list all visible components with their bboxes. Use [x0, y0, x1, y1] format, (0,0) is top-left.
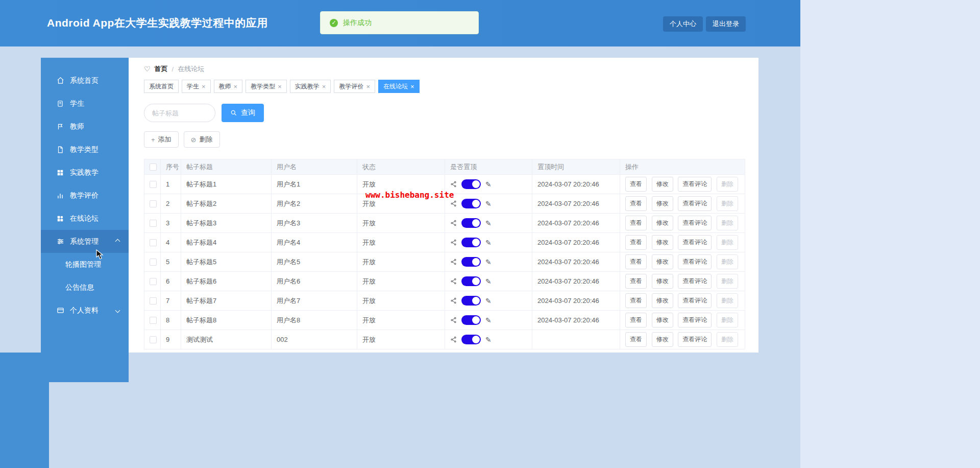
edit-button[interactable]: 修改: [652, 313, 673, 327]
pin-toggle[interactable]: [461, 238, 481, 247]
delete-row-button[interactable]: 删除: [717, 196, 738, 211]
sidebar-item-online-forum[interactable]: 在线论坛: [41, 207, 129, 230]
row-checkbox[interactable]: [150, 200, 157, 207]
edit-pencil-icon[interactable]: ✎: [485, 200, 492, 208]
close-icon[interactable]: ×: [202, 83, 206, 90]
view-comments-button[interactable]: 查看评论: [678, 293, 712, 308]
close-icon[interactable]: ×: [234, 83, 238, 90]
view-button[interactable]: 查看: [625, 293, 647, 308]
tab-teaching-evaluation[interactable]: 教学评价 ×: [334, 80, 375, 93]
profile-button[interactable]: 个人中心: [663, 16, 703, 32]
tab-practice-teaching[interactable]: 实践教学 ×: [290, 80, 331, 93]
share-icon[interactable]: [450, 181, 457, 188]
add-button[interactable]: + 添加: [144, 131, 179, 148]
edit-pencil-icon[interactable]: ✎: [485, 219, 492, 227]
share-icon[interactable]: [450, 220, 457, 226]
sidebar-item-profile[interactable]: 个人资料: [41, 299, 129, 322]
share-icon[interactable]: [450, 317, 457, 323]
view-button[interactable]: 查看: [625, 235, 647, 250]
edit-button[interactable]: 修改: [652, 216, 673, 230]
view-button[interactable]: 查看: [625, 177, 647, 192]
share-icon[interactable]: [450, 239, 457, 246]
view-comments-button[interactable]: 查看评论: [678, 235, 712, 250]
breadcrumb-home[interactable]: 首页: [155, 64, 168, 74]
pin-toggle[interactable]: [461, 199, 481, 208]
row-checkbox[interactable]: [150, 220, 157, 227]
delete-row-button[interactable]: 删除: [717, 216, 738, 230]
edit-pencil-icon[interactable]: ✎: [485, 239, 492, 247]
share-icon[interactable]: [450, 278, 457, 285]
tab-home[interactable]: 系统首页: [144, 80, 179, 93]
edit-button[interactable]: 修改: [652, 293, 673, 308]
close-icon[interactable]: ×: [366, 83, 370, 90]
sidebar-item-home[interactable]: 系统首页: [41, 69, 129, 92]
edit-button[interactable]: 修改: [652, 235, 673, 250]
sidebar-item-teachers[interactable]: 教师: [41, 115, 129, 138]
delete-row-button[interactable]: 删除: [717, 313, 738, 327]
sidebar-item-students[interactable]: 学生: [41, 92, 129, 115]
edit-pencil-icon[interactable]: ✎: [485, 297, 492, 305]
pin-toggle[interactable]: [461, 276, 481, 286]
view-comments-button[interactable]: 查看评论: [678, 313, 712, 327]
delete-row-button[interactable]: 删除: [717, 293, 738, 308]
close-icon[interactable]: ×: [410, 83, 414, 90]
sidebar-subitem-carousel-management[interactable]: 轮播图管理: [41, 253, 129, 276]
sidebar-item-practice-teaching[interactable]: 实践教学: [41, 161, 129, 184]
pin-toggle[interactable]: [461, 335, 481, 344]
logout-button[interactable]: 退出登录: [706, 16, 746, 32]
tab-students[interactable]: 学生 ×: [182, 80, 211, 93]
close-icon[interactable]: ×: [322, 83, 326, 90]
search-input[interactable]: [144, 104, 215, 122]
view-comments-button[interactable]: 查看评论: [678, 216, 712, 230]
select-all-checkbox[interactable]: [150, 163, 157, 171]
pin-toggle[interactable]: [461, 315, 481, 325]
row-checkbox[interactable]: [150, 239, 157, 246]
row-checkbox[interactable]: [150, 336, 157, 343]
view-button[interactable]: 查看: [625, 254, 647, 269]
delete-row-button[interactable]: 删除: [717, 254, 738, 269]
sidebar-subitem-announcements[interactable]: 公告信息: [41, 276, 129, 299]
view-button[interactable]: 查看: [625, 274, 647, 289]
edit-pencil-icon[interactable]: ✎: [485, 316, 492, 324]
pin-toggle[interactable]: [461, 179, 481, 189]
edit-button[interactable]: 修改: [652, 177, 673, 192]
tab-teaching-types[interactable]: 教学类型 ×: [246, 80, 287, 93]
delete-row-button[interactable]: 删除: [717, 235, 738, 250]
edit-pencil-icon[interactable]: ✎: [485, 258, 492, 266]
view-button[interactable]: 查看: [625, 216, 647, 230]
edit-pencil-icon[interactable]: ✎: [485, 180, 492, 189]
view-comments-button[interactable]: 查看评论: [678, 332, 712, 347]
edit-button[interactable]: 修改: [652, 254, 673, 269]
row-checkbox[interactable]: [150, 259, 157, 266]
view-button[interactable]: 查看: [625, 196, 647, 211]
view-button[interactable]: 查看: [625, 313, 647, 327]
pin-toggle[interactable]: [461, 218, 481, 228]
sidebar-item-teaching-evaluation[interactable]: 教学评价: [41, 184, 129, 207]
row-checkbox[interactable]: [150, 181, 157, 188]
view-comments-button[interactable]: 查看评论: [678, 196, 712, 211]
share-icon[interactable]: [450, 297, 457, 304]
edit-button[interactable]: 修改: [652, 196, 673, 211]
close-icon[interactable]: ×: [278, 83, 282, 90]
share-icon[interactable]: [450, 336, 457, 343]
delete-row-button[interactable]: 删除: [717, 177, 738, 192]
row-checkbox[interactable]: [150, 317, 157, 324]
pin-toggle[interactable]: [461, 296, 481, 306]
share-icon[interactable]: [450, 200, 457, 207]
edit-pencil-icon[interactable]: ✎: [485, 277, 492, 286]
share-icon[interactable]: [450, 259, 457, 265]
sidebar-item-system-management[interactable]: 系统管理: [41, 230, 129, 253]
edit-button[interactable]: 修改: [652, 332, 673, 347]
tab-teachers[interactable]: 教师 ×: [214, 80, 243, 93]
search-button[interactable]: 查询: [222, 104, 264, 122]
view-comments-button[interactable]: 查看评论: [678, 177, 712, 192]
pin-toggle[interactable]: [461, 257, 481, 267]
view-comments-button[interactable]: 查看评论: [678, 254, 712, 269]
edit-button[interactable]: 修改: [652, 274, 673, 289]
view-comments-button[interactable]: 查看评论: [678, 274, 712, 289]
tab-online-forum[interactable]: 在线论坛 ×: [378, 80, 420, 93]
delete-row-button[interactable]: 删除: [717, 332, 738, 347]
delete-row-button[interactable]: 删除: [717, 274, 738, 289]
edit-pencil-icon[interactable]: ✎: [485, 336, 492, 344]
sidebar-item-teaching-types[interactable]: 教学类型: [41, 138, 129, 161]
